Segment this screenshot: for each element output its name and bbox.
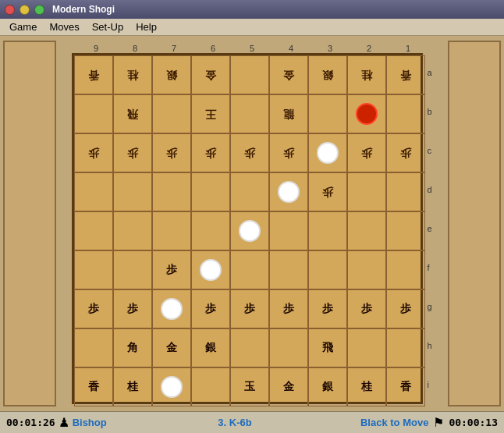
cell-1f[interactable] [386,250,425,289]
cell-4f[interactable] [269,250,308,289]
cell-7b[interactable] [152,94,191,133]
cell-1a[interactable]: 香 [386,55,425,94]
cell-5f[interactable] [230,250,269,289]
cell-8h[interactable]: 角 [113,328,152,367]
cell-1e[interactable] [386,211,425,250]
cell-9g[interactable]: 歩 [74,289,113,328]
cell-7e[interactable] [152,211,191,250]
cell-8i[interactable]: 桂 [113,367,152,406]
cell-3i[interactable]: 銀 [308,367,347,406]
cell-7f[interactable]: 歩 [152,250,191,289]
cell-3e[interactable] [308,211,347,250]
cell-3f[interactable] [308,250,347,289]
cell-1b[interactable] [386,94,425,133]
cell-7a[interactable]: 銀 [152,55,191,94]
cell-6h[interactable]: 銀 [191,328,230,367]
cell-9c[interactable]: 歩 [74,133,113,172]
cell-5d[interactable] [230,172,269,211]
cell-1c[interactable]: 歩 [386,133,425,172]
cell-2e[interactable] [347,211,386,250]
cell-2a[interactable]: 桂 [347,55,386,94]
cell-9d[interactable] [74,172,113,211]
minimize-button[interactable] [20,5,30,15]
cell-4c[interactable]: 歩 [269,133,308,172]
cell-6g[interactable]: 歩 [191,289,230,328]
cell-5c[interactable]: 歩 [230,133,269,172]
cell-8c[interactable]: 歩 [113,133,152,172]
cell-9i[interactable]: 香 [74,367,113,406]
cell-9f[interactable] [74,250,113,289]
cell-7c[interactable]: 歩 [152,133,191,172]
row-a: a [425,53,431,92]
close-button[interactable] [5,5,15,15]
cell-3b[interactable] [308,94,347,133]
cell-2i[interactable]: 桂 [347,367,386,406]
cell-2c[interactable]: 歩 [347,133,386,172]
cell-4b[interactable]: 龍 [269,94,308,133]
cell-5b[interactable] [230,94,269,133]
cell-8e[interactable] [113,211,152,250]
cell-4d[interactable] [269,172,308,211]
cell-7d[interactable] [152,172,191,211]
board-container: 9 8 7 6 5 4 3 2 1 香 桂 銀 金 [59,36,445,411]
menu-help[interactable]: Help [130,20,163,34]
menu-moves[interactable]: Moves [43,20,85,34]
cell-9h[interactable] [74,328,113,367]
cell-5h[interactable] [230,328,269,367]
menu-game[interactable]: Game [3,20,43,34]
cell-2d[interactable] [347,172,386,211]
cell-5g[interactable]: 歩 [230,289,269,328]
cell-3h[interactable]: 飛 [308,328,347,367]
menu-setup[interactable]: Set-Up [86,20,130,34]
cell-7h[interactable]: 金 [152,328,191,367]
highlight-white-5e [239,220,261,242]
cell-4h[interactable] [269,328,308,367]
cell-4e[interactable] [269,211,308,250]
cell-4a[interactable]: 金 [269,55,308,94]
cell-1d[interactable] [386,172,425,211]
cell-6b[interactable]: 王 [191,94,230,133]
window-title: Modern Shogi [52,4,115,15]
cell-9b[interactable] [74,94,113,133]
cell-3d[interactable]: 歩 [308,172,347,211]
cell-9a[interactable]: 香 [74,55,113,94]
col-2: 2 [350,44,389,53]
cell-8d[interactable] [113,172,152,211]
cell-4i[interactable]: 金 [269,367,308,406]
cell-6d[interactable] [191,172,230,211]
cell-4g[interactable]: 歩 [269,289,308,328]
cell-6e[interactable] [191,211,230,250]
cell-1g[interactable]: 歩 [386,289,425,328]
cell-2b[interactable] [347,94,386,133]
menubar: Game Moves Set-Up Help [0,19,504,36]
cell-2h[interactable] [347,328,386,367]
cell-7i[interactable] [152,367,191,406]
cell-6a[interactable]: 金 [191,55,230,94]
cell-3g[interactable]: 歩 [308,289,347,328]
cell-8a[interactable]: 桂 [113,55,152,94]
row-b: b [425,92,431,131]
cell-6c[interactable]: 歩 [191,133,230,172]
cell-5i[interactable]: 玉 [230,367,269,406]
main-area: 9 8 7 6 5 4 3 2 1 香 桂 銀 金 [0,36,504,411]
cell-3c[interactable] [308,133,347,172]
cell-8b[interactable]: 飛 [113,94,152,133]
cell-7g[interactable] [152,289,191,328]
cell-5e[interactable] [230,211,269,250]
cell-6i[interactable] [191,367,230,406]
cell-2g[interactable]: 歩 [347,289,386,328]
status-piece: Bishop [73,417,119,428]
cell-5a[interactable] [230,55,269,94]
cell-1i[interactable]: 香 [386,367,425,406]
row-g: g [425,287,431,326]
cell-3a[interactable]: 銀 [308,55,347,94]
shogi-board[interactable]: 香 桂 銀 金 金 銀 桂 香 飛 [72,53,423,404]
cell-6f[interactable] [191,250,230,289]
maximize-button[interactable] [34,5,44,15]
statusbar: 00:01:26 ♟ Bishop 3. K-6b Black to Move … [0,411,504,433]
cell-9e[interactable] [74,211,113,250]
cell-8f[interactable] [113,250,152,289]
cell-2f[interactable] [347,250,386,289]
cell-8g[interactable]: 歩 [113,289,152,328]
cell-1h[interactable] [386,328,425,367]
